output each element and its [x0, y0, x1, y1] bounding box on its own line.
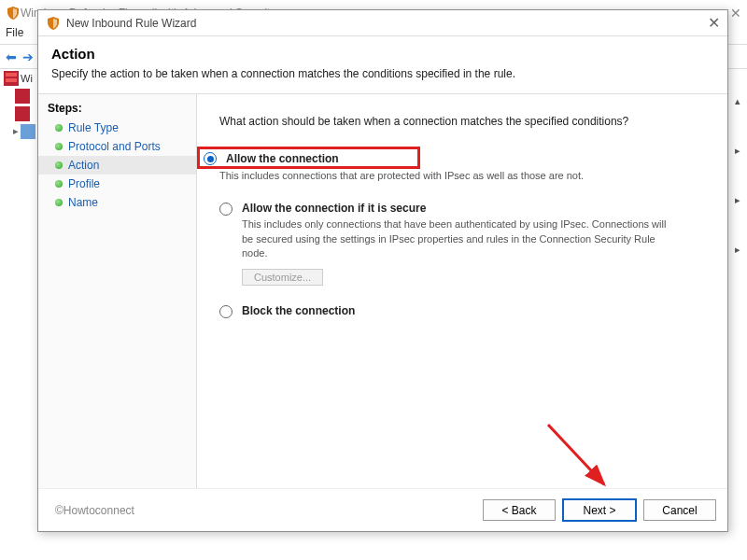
- steps-title: Steps:: [38, 98, 196, 119]
- chevron-right-icon[interactable]: ▸: [735, 194, 740, 206]
- option-allow-connection[interactable]: Allow the connection This includes conne…: [219, 150, 705, 183]
- option-desc: This includes only connections that have…: [242, 217, 671, 260]
- firewall-app-icon: [6, 6, 21, 21]
- svg-rect-1: [6, 73, 17, 77]
- svg-rect-4: [15, 106, 30, 121]
- toolbar-back-icon[interactable]: ⬅: [6, 50, 17, 63]
- steps-pane: Steps: Rule Type Protocol and Ports Acti…: [38, 94, 197, 488]
- chevron-right-icon[interactable]: ▸: [735, 145, 740, 157]
- step-profile[interactable]: Profile: [38, 175, 196, 193]
- dialog-app-icon: [46, 16, 61, 31]
- option-block-connection[interactable]: Block the connection: [219, 304, 705, 318]
- option-title: Allow the connection if it is secure: [242, 202, 705, 215]
- tree-root-label[interactable]: Wi: [21, 73, 33, 84]
- option-allow-secure[interactable]: Allow the connection if it is secure Thi…: [219, 202, 705, 285]
- svg-rect-3: [15, 89, 30, 104]
- highlight-annotation: Allow the connection: [197, 147, 420, 169]
- step-label: Rule Type: [68, 121, 119, 134]
- step-label: Action: [68, 159, 99, 172]
- tree-firewall-icon: [4, 71, 19, 86]
- right-pane-chevrons: ▴ ▸ ▸ ▸: [732, 95, 743, 256]
- step-bullet-icon: [55, 124, 63, 132]
- step-rule-type[interactable]: Rule Type: [38, 119, 196, 137]
- menu-file[interactable]: File: [6, 26, 23, 39]
- tree-outbound-icon: [15, 106, 30, 121]
- dialog-header: Action Specify the action to be taken wh…: [38, 36, 727, 94]
- dialog-header-title: Action: [51, 46, 714, 62]
- tree-monitor-icon: [21, 124, 35, 139]
- watermark: ©Howtoconnect: [55, 504, 134, 517]
- wizard-dialog: New Inbound Rule Wizard ✕ Action Specify…: [37, 9, 728, 532]
- dialog-title: New Inbound Rule Wizard: [66, 17, 702, 30]
- radio-allow-secure[interactable]: [219, 203, 233, 216]
- dialog-footer: ©Howtoconnect < Back Next > Cancel: [38, 488, 727, 531]
- radio-allow[interactable]: [204, 152, 217, 165]
- chevron-right-icon[interactable]: ▸: [735, 244, 740, 256]
- step-bullet-icon: [55, 143, 63, 150]
- step-bullet-icon: [55, 180, 63, 188]
- step-bullet-icon: [55, 161, 63, 169]
- option-desc: This includes connections that are prote…: [219, 169, 649, 183]
- radio-block[interactable]: [219, 305, 233, 318]
- step-action[interactable]: Action: [38, 156, 196, 175]
- svg-rect-2: [6, 78, 17, 82]
- step-name[interactable]: Name: [38, 193, 196, 212]
- content-pane: What action should be taken when a conne…: [197, 94, 727, 488]
- step-label: Protocol and Ports: [68, 140, 161, 153]
- next-button[interactable]: Next >: [563, 499, 636, 521]
- tree-inbound-icon: [15, 89, 30, 104]
- toolbar-forward-icon[interactable]: ➔: [22, 50, 34, 63]
- svg-rect-5: [21, 124, 35, 139]
- option-title: Allow the connection: [226, 152, 414, 165]
- content-prompt: What action should be taken when a conne…: [219, 115, 705, 128]
- chevron-up-icon[interactable]: ▴: [735, 95, 740, 107]
- outer-tree: Wi ▸: [4, 69, 35, 554]
- dialog-titlebar[interactable]: New Inbound Rule Wizard ✕: [38, 10, 727, 36]
- step-bullet-icon: [55, 199, 63, 206]
- back-button[interactable]: < Back: [483, 499, 556, 521]
- step-label: Name: [68, 196, 98, 209]
- step-label: Profile: [68, 177, 100, 190]
- option-title: Block the connection: [242, 304, 705, 317]
- outer-close-icon[interactable]: ✕: [730, 6, 741, 21]
- dialog-header-subtitle: Specify the action to be taken when a co…: [51, 67, 714, 80]
- customize-button: Customize...: [242, 269, 323, 286]
- dialog-close-icon[interactable]: ✕: [708, 14, 720, 32]
- cancel-button[interactable]: Cancel: [643, 499, 716, 521]
- step-protocol-ports[interactable]: Protocol and Ports: [38, 137, 196, 156]
